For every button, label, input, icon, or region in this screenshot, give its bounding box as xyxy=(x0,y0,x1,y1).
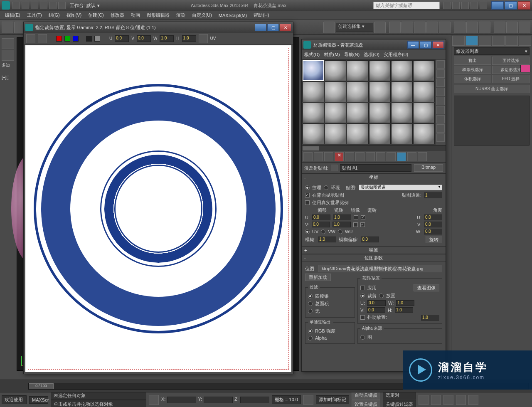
menu-render[interactable]: 渲染 xyxy=(174,11,188,19)
lock-icon[interactable] xyxy=(149,395,159,405)
y-input[interactable] xyxy=(204,397,233,403)
help-icon[interactable] xyxy=(480,2,487,9)
mono-rgb-radio[interactable] xyxy=(308,329,313,333)
menu-customize[interactable]: 自定义(U) xyxy=(190,11,214,19)
channel-b-icon[interactable] xyxy=(73,36,79,42)
menu-help[interactable]: 帮助(H) xyxy=(251,11,271,19)
material-slot[interactable] xyxy=(303,123,324,144)
material-editor-icon[interactable] xyxy=(439,22,451,33)
uv-radio[interactable] xyxy=(305,229,310,234)
material-slot[interactable] xyxy=(347,123,368,144)
menu-maxscript[interactable]: MAXScript(M) xyxy=(216,12,249,19)
show-end-icon[interactable] xyxy=(397,152,406,161)
material-slot[interactable] xyxy=(369,123,391,144)
crop-u-value[interactable]: 0.0 xyxy=(115,35,129,42)
crop-radio[interactable] xyxy=(360,294,365,298)
teapot2-icon[interactable] xyxy=(506,22,518,33)
filter-none-radio[interactable] xyxy=(308,309,313,313)
filter-summed-radio[interactable] xyxy=(308,301,313,306)
jitter-value[interactable]: 1.0 xyxy=(421,315,439,321)
mono-alpha-radio[interactable] xyxy=(308,336,313,340)
remove-mod-icon[interactable] xyxy=(484,148,493,157)
view-image-button[interactable]: 查看图像 xyxy=(414,284,439,291)
crop-u-val[interactable]: 0.0 xyxy=(367,300,386,306)
assign-icon[interactable] xyxy=(324,152,333,161)
align-icon[interactable] xyxy=(389,22,401,33)
bitmap-path-button[interactable]: ktop\3Dmax青花茶洗盘模型制作教程\青花瓷盘.jpg xyxy=(318,265,442,272)
hierarchy-tab-icon[interactable] xyxy=(479,36,491,46)
material-slot[interactable] xyxy=(369,81,391,102)
menu-group[interactable]: 组(G) xyxy=(46,11,62,19)
menu-views[interactable]: 视图(V) xyxy=(64,11,84,19)
menu-edit[interactable]: 编辑(E) xyxy=(2,11,23,19)
rendered-frame-icon[interactable] xyxy=(466,22,478,33)
qat-open-icon[interactable] xyxy=(22,2,29,9)
play-start-icon[interactable] xyxy=(419,395,429,405)
play-prev-icon[interactable] xyxy=(431,395,441,405)
qat-save-icon[interactable] xyxy=(31,2,38,9)
configure-sets-icon[interactable] xyxy=(494,148,503,157)
utilities-tab-icon[interactable] xyxy=(519,36,531,46)
app-logo-icon[interactable] xyxy=(2,1,10,10)
mod-ffdsel[interactable]: FFD 选择 xyxy=(492,75,530,83)
add-time-tag[interactable]: 添加时间标记 xyxy=(316,395,349,404)
material-slot[interactable] xyxy=(391,81,413,102)
teapot3-icon[interactable] xyxy=(519,22,530,33)
show-end-result-icon[interactable] xyxy=(464,148,473,157)
qat-redo-icon[interactable] xyxy=(49,2,57,9)
minimize-button[interactable]: — xyxy=(491,1,504,10)
material-slot[interactable] xyxy=(325,81,346,102)
bitmap-crop-titlebar[interactable]: 指定裁剪/放置, 显示 Gamma: 2.2, RGB 颜色 8 位/通道 (1… xyxy=(24,22,293,33)
u-tile[interactable]: 1.0 xyxy=(333,215,351,220)
modifier-list-dropdown[interactable]: 修改器列表▾ xyxy=(454,47,530,55)
material-slot[interactable] xyxy=(413,60,435,81)
bluroff-value[interactable]: 0.0 xyxy=(361,237,379,242)
put-lib-icon[interactable] xyxy=(366,152,375,161)
material-slot[interactable] xyxy=(391,123,413,144)
play-next-icon[interactable] xyxy=(456,395,466,405)
qat-new-icon[interactable] xyxy=(12,2,20,9)
help-search-input[interactable] xyxy=(373,2,440,9)
bitmap-crop-min-button[interactable]: — xyxy=(255,24,266,31)
material-slot[interactable] xyxy=(325,60,346,81)
mapping-dropdown[interactable]: 显式贴图通道 xyxy=(359,184,442,191)
x-input[interactable] xyxy=(167,397,196,403)
material-editor-min-button[interactable]: — xyxy=(407,41,419,49)
keyfilter-button[interactable]: 关键点过滤器 xyxy=(383,400,416,407)
menu-modifiers[interactable]: 修改器 xyxy=(108,11,127,19)
menu-create[interactable]: 创建(C) xyxy=(86,11,106,19)
material-slot[interactable] xyxy=(413,103,435,123)
crop-w-value[interactable]: 1.0 xyxy=(160,35,174,42)
autokey-button[interactable]: 自动关键点 xyxy=(352,392,380,400)
bitmap-crop-max-button[interactable]: ▢ xyxy=(267,24,279,31)
select-by-mat-icon[interactable] xyxy=(436,124,445,133)
go-forward-icon[interactable] xyxy=(418,152,427,161)
material-slot[interactable] xyxy=(325,103,346,123)
left-tool-2-icon[interactable] xyxy=(2,50,14,61)
link-icon[interactable] xyxy=(2,22,13,33)
bitmap-canvas[interactable] xyxy=(25,45,291,372)
render-setup-icon[interactable] xyxy=(454,22,466,33)
material-slot[interactable] xyxy=(391,103,413,123)
layers-icon[interactable] xyxy=(401,22,413,33)
bitmap-rollout-header[interactable]: -位图参数 xyxy=(302,254,446,262)
channel-alpha-icon[interactable] xyxy=(94,36,100,42)
mapchan-value[interactable]: 1 xyxy=(424,192,442,198)
coords-rollout-header[interactable]: -坐标 xyxy=(302,174,446,181)
left-tool-1-icon[interactable] xyxy=(2,38,14,49)
material-slot[interactable] xyxy=(347,81,368,102)
sample-uv-icon[interactable] xyxy=(436,88,445,96)
modify-tab-icon[interactable] xyxy=(466,36,478,46)
teapot1-icon[interactable] xyxy=(494,22,505,33)
maximize-button[interactable]: ▢ xyxy=(505,1,517,10)
schematic-icon[interactable] xyxy=(426,22,438,33)
realworld-check[interactable] xyxy=(305,200,310,205)
abc-icon[interactable] xyxy=(323,22,335,33)
setkey-button[interactable]: 设置关键点 xyxy=(352,400,380,407)
blur-value[interactable]: 1.0 xyxy=(318,237,336,242)
z-input[interactable] xyxy=(240,397,269,403)
crop-uv-toggle-icon[interactable] xyxy=(199,34,208,43)
qat-more-icon[interactable] xyxy=(58,2,66,9)
pin-stack-icon[interactable] xyxy=(454,148,463,157)
u-mirror-check[interactable] xyxy=(354,215,358,220)
